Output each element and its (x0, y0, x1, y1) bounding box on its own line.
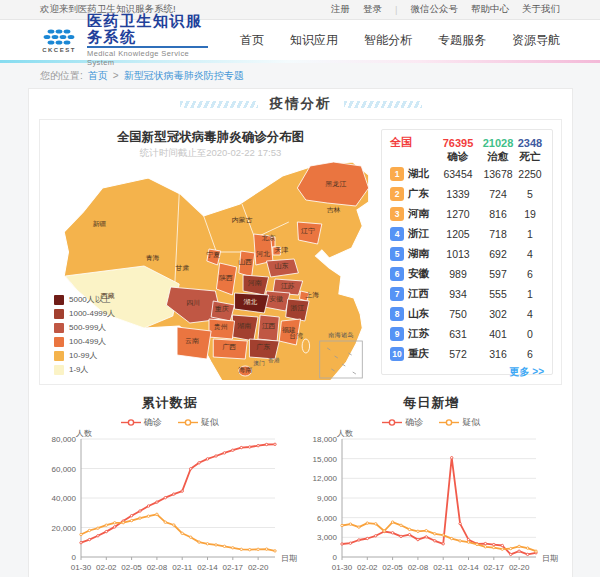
more-link[interactable]: 更多 >> (390, 365, 544, 379)
table-row-山东[interactable]: 8山东7503024 (390, 304, 544, 324)
table-row-江西[interactable]: 7江西9345551 (390, 284, 544, 304)
province-label-江苏[interactable]: 江苏 (281, 282, 295, 289)
province-label-海南[interactable]: 海南 (238, 366, 252, 374)
province-label-陕西[interactable]: 陕西 (219, 274, 233, 282)
topbar-link-帮助中心[interactable]: 帮助中心 (471, 3, 509, 16)
cumulative-line-chart[interactable]: 020,00040,00060,00080,00001-3002-0202-05… (41, 429, 299, 577)
province-label-江西[interactable]: 江西 (262, 322, 276, 330)
inset-island-mark (353, 372, 356, 374)
province-label-湖南[interactable]: 湖南 (237, 322, 251, 329)
breadcrumb-home-link[interactable]: 首页 (88, 69, 108, 83)
svg-text:3,000: 3,000 (317, 533, 338, 542)
province-label-广西[interactable]: 广西 (222, 343, 236, 351)
chart-legend-item-疑似[interactable]: 疑似 (439, 416, 480, 429)
rank-badge: 8 (390, 307, 404, 321)
col-dead: 死亡 (516, 150, 544, 164)
chart-legend-item-疑似[interactable]: 疑似 (178, 416, 219, 429)
nav-item-智能分析[interactable]: 智能分析 (364, 32, 412, 49)
province-name: 江西 (408, 287, 429, 301)
nav-item-专题服务[interactable]: 专题服务 (438, 32, 486, 49)
province-label-天津[interactable]: 天津 (274, 246, 288, 253)
province-label-山西[interactable]: 山西 (238, 258, 252, 266)
table-row-河南[interactable]: 3河南127081619 (390, 204, 544, 224)
breadcrumb-current-link[interactable]: 新型冠状病毒肺炎防控专题 (124, 69, 244, 83)
cell-confirmed: 1339 (436, 188, 480, 200)
province-label-重庆[interactable]: 重庆 (215, 305, 229, 312)
province-label-湖北[interactable]: 湖北 (244, 298, 258, 306)
map-title: 全国新型冠状病毒肺炎确诊分布图 (40, 129, 381, 146)
table-row-浙江[interactable]: 4浙江12057181 (390, 224, 544, 244)
topbar-link-注册[interactable]: 注册 (331, 3, 350, 16)
province-label-上海[interactable]: 上海 (305, 291, 319, 299)
table-row-湖南[interactable]: 5湖南10136924 (390, 244, 544, 264)
table-row-安徽[interactable]: 6安徽9895976 (390, 264, 544, 284)
province-label-河南[interactable]: 河南 (248, 279, 262, 286)
legend-label: 500-999人 (69, 322, 106, 333)
topbar-links: 注册登录|微信公众号帮助中心关于我们 (331, 3, 560, 16)
province-shape-台湾[interactable] (302, 339, 309, 353)
province-label-宁夏[interactable]: 宁夏 (206, 251, 220, 259)
province-label-黑龙江[interactable]: 黑龙江 (325, 180, 346, 187)
charts-row: 累计数据 确诊疑似 020,00040,00060,00080,00001-30… (39, 387, 562, 577)
table-row-重庆[interactable]: 10重庆5723166 (390, 344, 544, 364)
svg-text:02-14: 02-14 (459, 563, 480, 572)
nav-item-资源导航[interactable]: 资源导航 (512, 32, 560, 49)
rank-badge: 10 (390, 347, 404, 361)
nav-item-首页[interactable]: 首页 (240, 32, 264, 49)
table-row-湖北[interactable]: 1湖北63454136782250 (390, 164, 544, 184)
cumulative-chart-block: 累计数据 确诊疑似 020,00040,00060,00080,00001-30… (39, 387, 301, 577)
chart-legend-item-确诊[interactable]: 确诊 (382, 416, 423, 429)
legend-label: 1-9人 (69, 364, 89, 375)
province-label-云南[interactable]: 云南 (185, 337, 199, 344)
province-label-北京[interactable]: 北京 (262, 234, 276, 242)
province-name: 湖北 (408, 167, 429, 181)
china-map-block: 全国新型冠状病毒肺炎确诊分布图 统计时间截止至2020-02-22 17:53 … (40, 120, 381, 384)
daily-line-chart[interactable]: 03,0006,0009,00012,00015,00018,00001-300… (302, 429, 560, 577)
svg-text:02-17: 02-17 (484, 563, 505, 572)
site-header: CKCEST 医药卫生知识服务系统 Medical Knowledge Serv… (0, 20, 600, 60)
national-cured: 21028 (480, 137, 516, 149)
daily-chart-legend: 确诊疑似 (382, 416, 480, 429)
province-label-广东[interactable]: 广东 (256, 343, 270, 350)
province-label-吉林[interactable]: 吉林 (327, 206, 341, 214)
province-name: 江苏 (408, 327, 429, 341)
province-name: 湖南 (408, 247, 429, 261)
topbar-link-登录[interactable]: 登录 (363, 3, 382, 16)
province-label-台湾[interactable]: 台湾 (289, 332, 303, 340)
province-label-青海[interactable]: 青海 (146, 254, 160, 262)
svg-text:0: 0 (333, 553, 338, 562)
legend-line-icon (439, 418, 459, 427)
province-label-辽宁[interactable]: 辽宁 (301, 226, 315, 234)
site-logo[interactable]: CKCEST (40, 28, 78, 53)
cell-cured: 692 (480, 248, 516, 260)
rank-badge: 2 (390, 187, 404, 201)
table-national-row: 全国 76395 21028 2348 (390, 135, 544, 150)
chart-legend-item-确诊[interactable]: 确诊 (121, 416, 162, 429)
cell-dead: 4 (516, 248, 544, 260)
daily-chart-block: 每日新增 确诊疑似 03,0006,0009,00012,00015,00018… (301, 387, 563, 577)
province-label-四川[interactable]: 四川 (186, 299, 200, 307)
table-row-广东[interactable]: 2广东13397245 (390, 184, 544, 204)
nav-item-知识应用[interactable]: 知识应用 (290, 32, 338, 49)
province-label-贵州[interactable]: 贵州 (214, 323, 228, 331)
province-label-安徽[interactable]: 安徽 (269, 295, 283, 303)
province-label-河北[interactable]: 河北 (256, 250, 270, 258)
svg-text:日期: 日期 (281, 554, 297, 563)
province-label-新疆[interactable]: 新疆 (92, 220, 106, 228)
province-label-山东[interactable]: 山东 (274, 262, 288, 269)
table-rows: 1湖北634541367822502广东133972453河南127081619… (390, 164, 544, 364)
province-name: 山东 (408, 307, 429, 321)
topbar-link-关于我们[interactable]: 关于我们 (522, 3, 560, 16)
rank-badge: 9 (390, 327, 404, 341)
cell-dead: 0 (516, 328, 544, 340)
table-row-江苏[interactable]: 9江苏6314010 (390, 324, 544, 344)
cell-dead: 1 (516, 288, 544, 300)
topbar-link-微信公众号[interactable]: 微信公众号 (411, 3, 459, 16)
svg-text:02-11: 02-11 (172, 563, 192, 572)
province-name: 安徽 (408, 267, 429, 281)
province-label-内蒙古[interactable]: 内蒙古 (232, 216, 253, 224)
province-label-甘肃[interactable]: 甘肃 (175, 264, 189, 272)
rank-badge: 5 (390, 247, 404, 261)
province-label-浙江[interactable]: 浙江 (289, 304, 304, 311)
national-label: 全国 (390, 135, 436, 150)
